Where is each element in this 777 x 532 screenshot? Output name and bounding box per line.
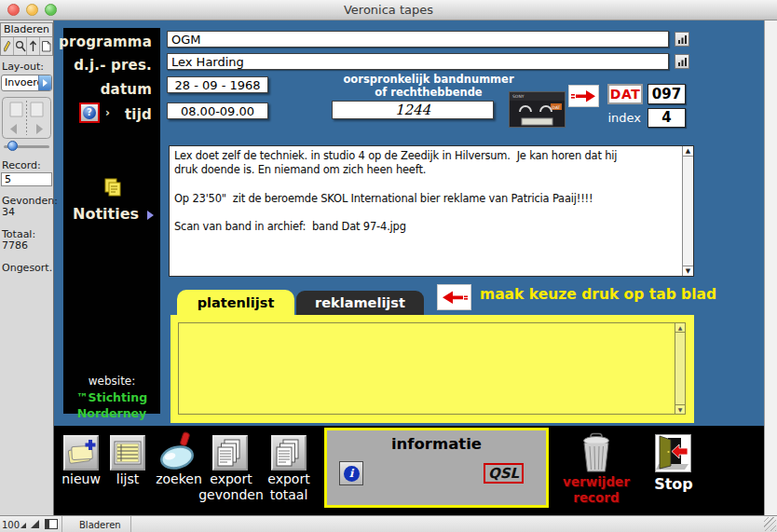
notes-icon <box>102 177 123 198</box>
programma-index-button[interactable] <box>675 32 689 47</box>
window-title: Veronica tapes <box>0 3 777 17</box>
record-label: Record: <box>2 159 41 171</box>
mode-tab[interactable]: Bladeren <box>0 22 53 37</box>
tab-reklamelijst[interactable]: reklamelijst <box>296 291 424 315</box>
record-number-field[interactable]: 5 <box>1 172 52 186</box>
info-icon: i <box>344 466 360 482</box>
platenlijst-field[interactable]: ▲ ▼ <box>178 322 686 415</box>
dj-presentator-field[interactable]: Lex Harding <box>167 53 669 70</box>
website-name-line1[interactable]: ™Stichting <box>63 390 160 404</box>
export-totaal-label: export totaal <box>257 471 320 503</box>
datum-field[interactable]: 28 - 09 - 1968 <box>167 76 268 93</box>
svg-text:DAT: DAT <box>552 105 561 110</box>
stop-button[interactable] <box>655 434 691 472</box>
stop-label: Stop <box>648 475 700 493</box>
menu-item-tijd[interactable]: tijd <box>125 106 152 123</box>
bandnummer-field[interactable]: 1244 <box>332 101 494 119</box>
mode-popup[interactable]: Bladeren <box>62 516 131 532</box>
window-scroll-strip[interactable] <box>764 20 777 515</box>
popup-arrow-icon <box>38 75 51 90</box>
nieuw-button[interactable] <box>63 435 99 471</box>
notities-text: Lex doet zelf de techniek. in studio 4 o… <box>170 146 681 276</box>
export-documents-icon <box>275 439 303 467</box>
zoom-in-icon[interactable] <box>31 520 39 528</box>
layout-popup[interactable]: Invoeren <box>1 75 52 91</box>
nieuw-label: nieuw <box>58 471 104 487</box>
mode-icon-row <box>0 36 53 56</box>
scroll-down-icon[interactable]: ▼ <box>683 266 693 276</box>
export-documents-icon <box>216 439 244 467</box>
list-scrollbar[interactable]: ▲ ▼ <box>675 323 685 414</box>
lijst-label: lijst <box>104 471 151 487</box>
lijst-button[interactable] <box>110 435 145 471</box>
find-mode-icon[interactable] <box>14 37 27 55</box>
programma-field[interactable]: OGM <box>167 31 669 48</box>
layout-mode-icon[interactable] <box>27 37 40 55</box>
book-navigator[interactable] <box>2 97 51 143</box>
bandnummer-label: oorspronkelijk bandnummer of rechthebben… <box>318 74 539 100</box>
index-label: index <box>591 111 641 125</box>
resize-grip[interactable] <box>764 517 776 531</box>
new-record-icon <box>66 439 96 467</box>
sort-state: Ongesort. <box>2 262 52 274</box>
svg-text:SONY: SONY <box>512 94 525 99</box>
question-icon: ? <box>83 106 96 119</box>
veronica-tapes-window: Veronica tapes Bladeren Lay-out: Invoere… <box>0 0 777 532</box>
dj-index-button[interactable] <box>675 54 689 69</box>
info-button[interactable]: i <box>339 461 363 485</box>
zoom-level[interactable]: 100 <box>2 520 20 530</box>
scroll-up-icon[interactable]: ▲ <box>683 146 693 157</box>
side-menu: programma d.j.- pres. datum ? › tijd Not… <box>63 28 160 414</box>
dat-label-box: DAT <box>607 84 643 104</box>
list-view-icon <box>114 441 142 465</box>
title-bar: Veronica tapes <box>0 0 777 20</box>
verwijder-record-button[interactable] <box>578 432 615 473</box>
preview-mode-icon[interactable] <box>40 37 52 55</box>
chevron-icon: › <box>105 106 110 119</box>
browse-mode-icon[interactable] <box>1 37 14 55</box>
scroll-down-icon[interactable]: ▼ <box>675 404 685 414</box>
magnifier-icon <box>157 430 199 471</box>
menu-item-programma[interactable]: programma <box>59 34 152 50</box>
informatie-box: informatie i QSL <box>324 428 549 508</box>
record-slider-knob[interactable] <box>7 141 18 151</box>
list-panel: ▲ ▼ <box>170 315 694 423</box>
layout-label: Lay-out: <box>2 61 44 73</box>
zoeken-button[interactable] <box>157 430 199 471</box>
verwijder-record-label: verwijder record <box>555 474 637 506</box>
tab-hint-text: maak keuze druk op tab blad <box>480 286 716 303</box>
window-status-bar: 100 Bladeren <box>0 515 777 532</box>
help-button[interactable]: ? <box>79 102 100 123</box>
arrow-left-button[interactable] <box>437 284 471 310</box>
trash-icon <box>578 432 615 473</box>
dat-number-field[interactable]: 097 <box>648 84 686 104</box>
status-area: Bladeren Lay-out: Invoeren <box>0 20 54 515</box>
notities-button[interactable]: Notities <box>63 205 160 223</box>
export-gevonden-button[interactable] <box>212 435 248 471</box>
export-gevonden-label: export gevonden <box>196 471 266 503</box>
dat-cassette-image: SONY DAT <box>509 91 566 128</box>
index-field[interactable]: 4 <box>648 108 686 128</box>
zoom-out-icon[interactable] <box>20 523 26 528</box>
menu-item-dj-pres[interactable]: d.j.- pres. <box>74 57 152 74</box>
informatie-title: informatie <box>327 435 546 453</box>
export-totaal-button[interactable] <box>271 435 307 471</box>
found-count: 34 <box>2 206 15 218</box>
notities-field[interactable]: Lex doet zelf de techniek. in studio 4 o… <box>169 145 694 277</box>
total-count: 7786 <box>2 239 28 252</box>
bottom-toolbar: nieuw lijst zoeken <box>54 426 764 515</box>
menu-item-datum[interactable]: datum <box>101 81 152 98</box>
qsl-button[interactable]: QSL <box>484 463 524 484</box>
website-label: website: <box>63 375 160 388</box>
status-area-toggle-icon[interactable] <box>45 519 58 529</box>
notities-arrow-icon <box>147 211 154 220</box>
arrow-right-button[interactable] <box>568 85 599 107</box>
scroll-up-icon[interactable]: ▲ <box>675 323 685 333</box>
website-name-line2[interactable]: Norderney <box>63 406 160 420</box>
notes-scrollbar[interactable]: ▲ ▼ <box>682 146 693 276</box>
tab-platenlijst[interactable]: platenlijst <box>177 290 294 316</box>
exit-door-icon <box>656 435 690 471</box>
tijd-field[interactable]: 08.00-09.00 <box>167 102 268 119</box>
